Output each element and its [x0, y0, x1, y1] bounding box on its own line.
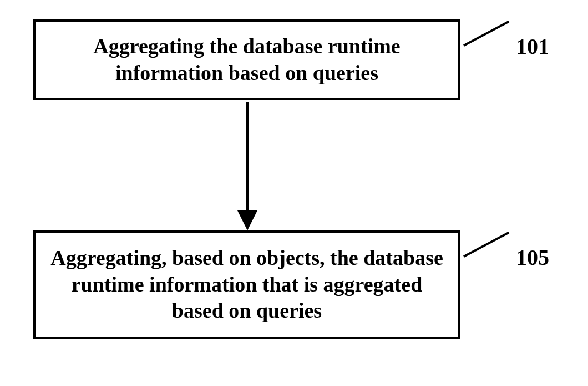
- label-connector-line: [463, 21, 509, 47]
- step-text: Aggregating, based on objects, the datab…: [47, 245, 447, 324]
- label-connector-line: [463, 232, 509, 258]
- flowchart-step-101: Aggregating the database runtime informa…: [33, 19, 460, 100]
- step-text: Aggregating the database runtime informa…: [47, 33, 447, 86]
- step-label-101: 101: [516, 33, 549, 59]
- flowchart-step-105: Aggregating, based on objects, the datab…: [33, 230, 460, 339]
- flowchart-container: Aggregating the database runtime informa…: [0, 0, 588, 386]
- step-label-105: 105: [516, 244, 549, 270]
- arrow-down-icon: [246, 102, 248, 230]
